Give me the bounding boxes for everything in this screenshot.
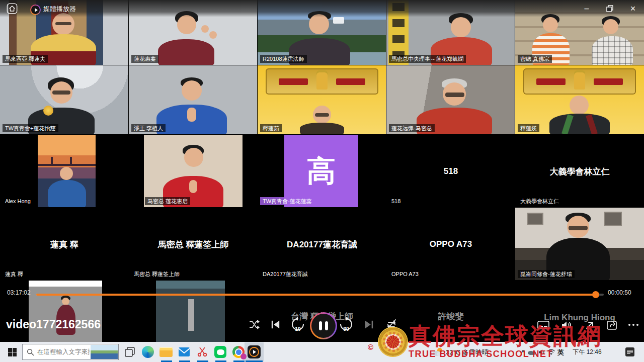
participant-display-name: 大義學會林立仁	[515, 165, 644, 177]
speaker-tray-button[interactable]	[537, 345, 546, 359]
clock[interactable]: 下午 12:46	[571, 348, 604, 356]
glasses	[52, 90, 70, 95]
chrome-app-button[interactable]	[231, 345, 246, 359]
pip-icon	[606, 319, 618, 331]
pip-button[interactable]	[606, 319, 618, 331]
subtitles-button[interactable]	[537, 321, 549, 330]
participant-tile: 高 TW真青會-蓮花蓮蕊	[258, 135, 386, 208]
participant-name-label: TW真青會-蓮花蓮蕊	[260, 197, 314, 205]
previous-button[interactable]	[270, 319, 281, 330]
scrollbar[interactable]	[188, 299, 194, 331]
participant-name-label: 蓮真 釋	[3, 270, 26, 278]
file-explorer-button[interactable]	[159, 345, 173, 359]
shuffle-button[interactable]	[249, 319, 260, 330]
participant-tile: DA20177蓮花育誠 DA20177蓮花育誠	[258, 208, 386, 281]
banner-text-block	[594, 78, 623, 85]
participant-tile: 蓮花远弹-马密总	[386, 65, 515, 135]
shirt	[48, 180, 86, 208]
participant-tile: 淨王 李植人	[129, 65, 258, 135]
notification-badge	[240, 353, 247, 359]
close-button[interactable]: ×	[627, 3, 639, 14]
mail-app-button[interactable]	[177, 345, 191, 359]
gold-emblem	[43, 106, 53, 116]
next-button[interactable]	[363, 319, 375, 330]
hand	[209, 31, 217, 39]
action-center-button[interactable]	[623, 345, 637, 359]
participant-name-label: 馬密总中央理事～蓮花郑毓嫻	[389, 55, 466, 63]
banner-text-block	[336, 78, 365, 85]
participant-name-label: 密總 真佛宗	[518, 55, 552, 63]
task-view-button[interactable]	[123, 345, 137, 359]
participant-tile: OPPO A73 OPPO A73	[386, 208, 515, 281]
snip-app-button[interactable]	[195, 345, 209, 359]
glasses	[315, 113, 329, 117]
person	[451, 17, 471, 37]
minimize-button[interactable]: –	[581, 3, 593, 14]
participant-tile: 518 518	[386, 135, 515, 208]
weather-icon	[432, 347, 444, 357]
robe	[549, 114, 610, 135]
scissors-icon	[197, 346, 208, 357]
participant-tile: 釋蓮媖	[515, 65, 644, 135]
person	[603, 19, 618, 34]
person	[309, 14, 329, 34]
glasses	[569, 226, 588, 230]
prayer-hands	[189, 180, 197, 193]
more-options-icon	[628, 322, 639, 327]
shared-screen	[156, 281, 225, 342]
windows-logo-icon	[8, 348, 17, 356]
event-banner	[523, 68, 636, 95]
onedrive-tray-button[interactable]	[527, 345, 536, 359]
home-button[interactable]	[7, 3, 18, 14]
glasses	[55, 22, 71, 25]
taskbar-search[interactable]	[22, 344, 119, 360]
repeat-off-button[interactable]	[385, 318, 397, 330]
progress-bar[interactable]	[36, 294, 604, 296]
network-tray-button[interactable]	[546, 345, 555, 359]
fullscreen-button[interactable]	[584, 319, 596, 331]
forward-30-button[interactable]: 30	[338, 316, 354, 332]
media-player-app-button[interactable]	[247, 345, 261, 359]
participant-display-name: 許竣斐	[386, 311, 515, 322]
participant-display-name: DA20177蓮花育誠	[258, 238, 386, 250]
participant-name-label: 淨王 李植人	[131, 124, 166, 132]
search-input[interactable]	[36, 348, 91, 356]
participant-name-label: 馬來西亞 釋蓮夫	[3, 55, 48, 63]
wifi-icon	[547, 349, 555, 355]
next-icon	[363, 319, 375, 330]
robe	[300, 123, 344, 135]
pause-button[interactable]	[310, 312, 337, 339]
progress-fill	[36, 294, 596, 296]
volume-icon	[560, 319, 573, 331]
watermark-badge	[333, 17, 344, 24]
participant-name-label: 马密总 莲花惠启	[145, 197, 190, 205]
weather-widget[interactable]	[431, 345, 445, 359]
participant-tile: TW真青會+蓮花怡莛	[0, 65, 129, 135]
participant-name-label: Alex Hong	[3, 197, 33, 205]
plaid-shirt	[592, 36, 633, 65]
input-language-indicator[interactable]: 英	[557, 348, 564, 357]
fullscreen-icon	[584, 319, 596, 331]
participant-display-name: 518	[386, 166, 515, 176]
media-player-window: 馬來西亞 釋蓮夫 蓮花惠蓁 R20108蓮霑法師 馬密总中央	[0, 0, 644, 362]
tray-caret[interactable]: ^	[521, 349, 525, 356]
person	[570, 96, 589, 115]
remaining-time: 00:00:50	[608, 289, 631, 296]
search-highlight-image[interactable]	[91, 345, 118, 359]
participant-name-label: R20108蓮霑法師	[260, 55, 307, 63]
participant-tile: 崑崙同修會-蓮花舒瑞	[515, 208, 644, 281]
participant-display-name: 蓮真 釋	[0, 238, 129, 250]
start-button[interactable]	[5, 345, 19, 359]
participant-tile	[129, 281, 258, 342]
volume-button[interactable]	[560, 319, 573, 331]
weather-text[interactable]: 32°C 多雲時晴	[446, 348, 489, 357]
media-player-icon	[248, 345, 261, 358]
participant-name-label: DA20177蓮花育誠	[260, 270, 310, 278]
line-app-button[interactable]	[213, 345, 227, 359]
more-options-button[interactable]	[628, 322, 639, 327]
restore-button[interactable]	[604, 3, 616, 14]
edge-app-button[interactable]	[141, 345, 155, 359]
rewind-10-button[interactable]: 10	[290, 316, 306, 332]
participant-name-label: 釋蓮媖	[518, 124, 539, 132]
file-explorer-icon	[159, 347, 173, 357]
